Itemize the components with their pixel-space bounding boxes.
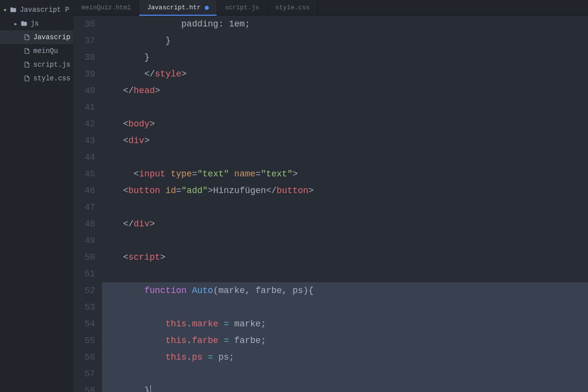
file-tree-sidebar: Javascript P js JavascripmeinQuscript.js…: [0, 0, 74, 392]
editor-shell: Javascript P js JavascripmeinQuscript.js…: [0, 0, 588, 392]
code-line[interactable]: </div>: [102, 216, 588, 232]
code-editor[interactable]: 3637383940414243444546474849505152535455…: [74, 16, 588, 392]
code-line[interactable]: }: [102, 382, 588, 392]
code-line[interactable]: <button id="add">Hinzufügen</button>: [102, 182, 588, 199]
file-item[interactable]: Javascrip: [0, 30, 74, 44]
file-label: Javascrip: [33, 33, 71, 41]
line-number: 40: [74, 82, 95, 99]
line-number: 36: [74, 16, 95, 32]
folder-js[interactable]: js: [0, 17, 74, 30]
code-line[interactable]: [102, 199, 588, 216]
line-number: 50: [74, 249, 95, 266]
code-line[interactable]: </style>: [102, 66, 588, 82]
code-line[interactable]: padding: 1em;: [102, 16, 588, 32]
tab-label: Javascript.htr: [147, 4, 200, 11]
line-number: 54: [74, 316, 95, 332]
line-number: 48: [74, 216, 95, 232]
tab[interactable]: script.js: [217, 0, 268, 15]
line-number: 51: [74, 266, 95, 282]
chevron-right-icon: [14, 20, 18, 28]
tab[interactable]: meinQuiz.html: [74, 0, 139, 15]
code-line[interactable]: this.farbe = farbe;: [102, 332, 588, 349]
file-icon: [24, 48, 30, 54]
chevron-down-icon: [3, 6, 7, 14]
line-number: 52: [74, 282, 95, 299]
line-number: 41: [74, 99, 95, 116]
line-number: 45: [74, 166, 95, 182]
file-icon: [24, 34, 30, 41]
tab[interactable]: Javascript.htr: [139, 0, 217, 15]
code-line[interactable]: [102, 299, 588, 316]
code-line[interactable]: this.marke = marke;: [102, 316, 588, 332]
text-cursor-icon: [150, 385, 151, 392]
file-label: script.js: [33, 61, 71, 69]
code-line[interactable]: this.ps = ps;: [102, 349, 588, 366]
project-root[interactable]: Javascript P: [0, 3, 74, 17]
code-line[interactable]: [102, 366, 588, 382]
line-number: 44: [74, 149, 95, 166]
file-label: meinQu: [33, 47, 58, 55]
right-pane: meinQuiz.htmlJavascript.htrscript.jsstyl…: [74, 0, 588, 392]
line-number: 55: [74, 332, 95, 349]
tab-label: script.js: [225, 4, 259, 11]
tab[interactable]: style.css: [268, 0, 318, 15]
line-number: 38: [74, 49, 95, 66]
gutter: 3637383940414243444546474849505152535455…: [74, 16, 102, 392]
folder-icon: [21, 20, 27, 27]
line-number: 37: [74, 32, 95, 49]
line-number: 39: [74, 66, 95, 82]
code-line[interactable]: </head>: [102, 82, 588, 99]
code-line[interactable]: [102, 266, 588, 282]
file-item[interactable]: meinQu: [0, 44, 74, 58]
code-line[interactable]: }: [102, 32, 588, 49]
project-label: Javascript P: [20, 6, 69, 14]
code-line[interactable]: [102, 232, 588, 249]
dirty-indicator-icon: [205, 6, 209, 10]
line-number: 53: [74, 299, 95, 316]
line-number: 57: [74, 366, 95, 382]
code-line[interactable]: <script>: [102, 249, 588, 266]
code-area[interactable]: padding: 1em; } } </style> </head> <body…: [102, 16, 588, 392]
line-number: 42: [74, 116, 95, 132]
code-line[interactable]: <div>: [102, 132, 588, 149]
tab-bar: meinQuiz.htmlJavascript.htrscript.jsstyl…: [74, 0, 588, 16]
file-icon: [24, 75, 30, 82]
line-number: 58: [74, 382, 95, 392]
folder-label: js: [30, 20, 39, 27]
code-line[interactable]: <input type="text" name="text">: [102, 166, 588, 182]
code-line[interactable]: function Auto(marke, farbe, ps){: [102, 282, 588, 299]
file-item[interactable]: script.js: [0, 58, 74, 72]
tab-label: style.css: [275, 4, 310, 11]
file-item[interactable]: style.css: [0, 72, 74, 85]
code-line[interactable]: [102, 149, 588, 166]
line-number: 46: [74, 182, 95, 199]
line-number: 43: [74, 132, 95, 149]
file-label: style.css: [33, 74, 71, 82]
code-line[interactable]: <body>: [102, 116, 588, 132]
file-icon: [24, 61, 30, 68]
tab-label: meinQuiz.html: [81, 4, 131, 11]
line-number: 49: [74, 232, 95, 249]
line-number: 56: [74, 349, 95, 366]
folder-icon: [10, 6, 17, 13]
code-line[interactable]: [102, 99, 588, 116]
code-line[interactable]: }: [102, 49, 588, 66]
line-number: 47: [74, 199, 95, 216]
